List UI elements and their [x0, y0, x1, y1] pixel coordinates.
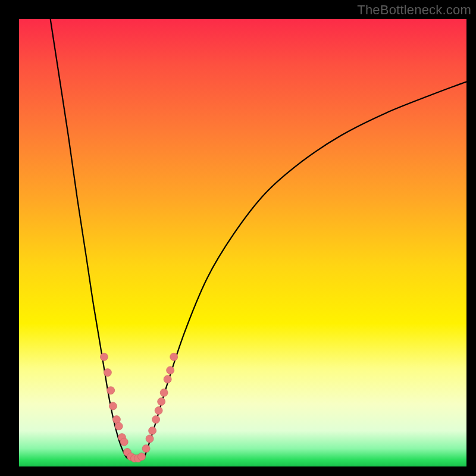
curve-left-branch: [51, 19, 127, 458]
curve-svg: [19, 19, 466, 466]
bead-marker: [107, 387, 115, 394]
bead-marker: [158, 397, 165, 405]
chart-frame: TheBottleneck.com: [0, 0, 476, 476]
bead-marker: [167, 367, 174, 374]
bead-marker: [104, 369, 111, 377]
curve-right-branch: [145, 82, 466, 458]
bead-marker: [120, 438, 128, 446]
bead-marker: [160, 389, 168, 396]
bead-marker: [164, 375, 171, 383]
bead-marker: [115, 422, 123, 430]
plot-area: [19, 19, 466, 466]
bead-marker: [100, 353, 108, 361]
bead-marker: [155, 407, 162, 415]
bead-marker: [170, 353, 178, 361]
bead-marker: [146, 435, 154, 443]
bead-marker: [138, 453, 146, 461]
bead-marker: [152, 416, 160, 424]
bead-marker: [142, 444, 150, 452]
bead-marker: [109, 402, 117, 410]
bead-group: [100, 353, 177, 462]
bead-marker: [149, 427, 156, 434]
watermark-text: TheBottleneck.com: [357, 2, 471, 18]
